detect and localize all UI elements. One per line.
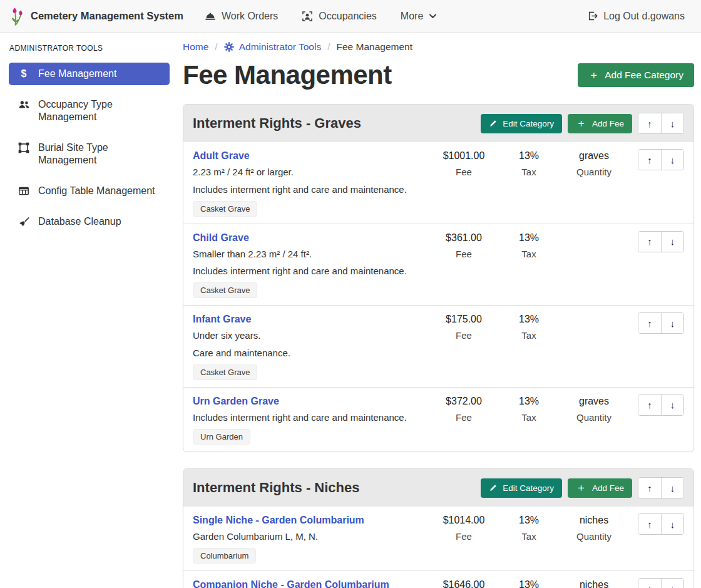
add-fee-button[interactable]: ＋ Add Fee xyxy=(568,478,632,498)
fee-tax-value: 13% xyxy=(499,396,559,407)
fee-reorder-group: ↑ ↓ xyxy=(638,149,684,170)
breadcrumb-fee-management: Fee Management xyxy=(337,41,413,53)
fee-amount-label: Fee xyxy=(429,167,499,177)
fee-description: Under six years. xyxy=(193,329,425,342)
logout-link[interactable]: Log Out d.gowans xyxy=(587,11,685,22)
fee-tax-label: Tax xyxy=(499,167,559,177)
fee-tax-column: 13% Tax xyxy=(499,395,559,423)
fee-type-tag: Casket Grave xyxy=(193,282,257,298)
fee-tax-value: 13% xyxy=(499,150,559,162)
nav-link-more[interactable]: More xyxy=(401,11,437,22)
fee-amount-column: $175.00 Fee xyxy=(429,312,499,341)
move-fee-up-button[interactable]: ↑ xyxy=(638,514,661,534)
app-title: Cemetery Management System xyxy=(31,10,183,22)
fee-reorder-group: ↑ ↓ xyxy=(638,513,684,535)
breadcrumb-separator: / xyxy=(215,41,217,53)
fee-type-tag: Casket Grave xyxy=(193,364,257,380)
fee-reorder-group: ↑ ↓ xyxy=(638,312,684,334)
sidebar-item-label: Fee Management xyxy=(38,68,116,80)
fee-row-companion-niche-garden-columbarium: Companion Niche - Garden Columbarium Gar… xyxy=(183,571,693,588)
fee-quantity-column xyxy=(559,312,629,319)
fee-description: Care and maintenance. xyxy=(193,347,425,359)
fee-tax-value: 13% xyxy=(499,314,559,325)
tulip-logo-icon xyxy=(9,7,25,26)
move-fee-up-button[interactable]: ↑ xyxy=(638,395,661,415)
move-fee-down-button[interactable]: ↓ xyxy=(661,232,683,252)
breadcrumb-home[interactable]: Home xyxy=(183,41,208,53)
fee-amount-label: Fee xyxy=(429,531,499,542)
fee-row-infant-grave: Infant Grave Under six years.Care and ma… xyxy=(183,306,693,388)
app-brand[interactable]: Cemetery Management System xyxy=(9,7,183,26)
fee-name-link[interactable]: Adult Grave xyxy=(193,150,425,162)
fee-name-link[interactable]: Single Niche - Garden Columbarium xyxy=(193,515,425,526)
fee-row-single-niche-garden-columbarium: Single Niche - Garden Columbarium Garden… xyxy=(183,507,693,571)
fee-row-adult-grave: Adult Grave 2.23 m² / 24 ft² or larger.I… xyxy=(183,142,693,224)
edit-category-button[interactable]: Edit Category xyxy=(481,478,562,498)
move-fee-up-button[interactable]: ↑ xyxy=(638,579,661,588)
fee-quantity-label: Quantity xyxy=(559,531,629,542)
fee-category-card-interment-rights-graves: Interment Rights - Graves Edit Category … xyxy=(183,104,694,452)
nav-links: Work Orders Occupancies More xyxy=(205,11,437,22)
fee-name-link[interactable]: Companion Niche - Garden Columbarium xyxy=(193,579,425,588)
move-fee-down-button[interactable]: ↓ xyxy=(661,150,683,170)
fee-amount-label: Fee xyxy=(429,249,499,259)
edit-category-button[interactable]: Edit Category xyxy=(481,114,562,133)
add-fee-category-button[interactable]: ＋ Add Fee Category xyxy=(578,63,694,87)
fee-type-tag: Urn Garden xyxy=(193,429,250,445)
edit-category-label: Edit Category xyxy=(503,119,554,128)
fee-name-link[interactable]: Urn Garden Grave xyxy=(193,396,425,407)
sidebar-item-label: Config Table Management xyxy=(38,185,155,197)
fee-description: Includes interment right and care and ma… xyxy=(193,183,425,196)
fee-category-title: Interment Rights - Graves xyxy=(193,115,361,132)
fee-amount-value: $1001.00 xyxy=(429,150,499,162)
breadcrumb-administrator-tools[interactable]: Administrator Tools xyxy=(224,41,322,53)
nav-link-label: Occupancies xyxy=(319,11,377,22)
sidebar-item-fee-management[interactable]: $ Fee Management xyxy=(9,63,170,85)
sidebar-item-occupancy-type-management[interactable]: Occupancy Type Management xyxy=(9,93,170,128)
move-fee-down-button[interactable]: ↓ xyxy=(661,579,683,588)
fee-quantity-column: niches Quantity xyxy=(559,513,629,542)
category-reorder-group: ↑ ↓ xyxy=(638,113,684,134)
move-category-down-button[interactable]: ↓ xyxy=(661,478,683,498)
fee-amount-column: $372.00 Fee xyxy=(429,395,499,423)
pencil-icon xyxy=(489,484,497,492)
move-category-up-button[interactable]: ↑ xyxy=(638,113,661,133)
people-icon xyxy=(18,99,30,111)
pencil-icon xyxy=(489,120,497,128)
fee-reorder-group: ↑ ↓ xyxy=(638,578,684,588)
move-fee-down-button[interactable]: ↓ xyxy=(661,514,683,534)
sidebar-item-burial-site-type-management[interactable]: Burial Site Type Management xyxy=(9,137,170,172)
move-fee-up-button[interactable]: ↑ xyxy=(638,232,661,252)
sidebar-item-label: Database Cleanup xyxy=(38,215,121,228)
admin-tools-sidebar: ADMINISTRATOR TOOLS $ Fee Management Occ… xyxy=(0,33,176,588)
fee-category-header: Interment Rights - Niches Edit Category … xyxy=(183,469,693,507)
move-fee-up-button[interactable]: ↑ xyxy=(638,150,661,170)
fee-category-card-interment-rights-niches: Interment Rights - Niches Edit Category … xyxy=(183,468,694,588)
fee-tax-column: 13% Tax xyxy=(499,149,559,177)
nav-link-occupancies[interactable]: Occupancies xyxy=(302,11,377,22)
fee-reorder-group: ↑ ↓ xyxy=(638,395,684,416)
fee-type-tag: Casket Grave xyxy=(193,201,257,217)
fee-quantity-value: niches xyxy=(559,515,629,526)
fee-name-link[interactable]: Infant Grave xyxy=(193,314,425,325)
bounding-box-icon xyxy=(18,142,30,153)
move-fee-up-button[interactable]: ↑ xyxy=(638,313,661,333)
fee-tax-column: 13% Tax xyxy=(499,578,559,588)
top-navbar: Cemetery Management System Work Orders O… xyxy=(0,0,701,33)
move-category-down-button[interactable]: ↓ xyxy=(661,113,683,133)
sidebar-item-database-cleanup[interactable]: Database Cleanup xyxy=(9,210,170,233)
page-title: Fee Management xyxy=(183,60,392,90)
fee-tax-value: 13% xyxy=(499,232,559,244)
sidebar-item-config-table-management[interactable]: Config Table Management xyxy=(9,180,170,202)
nav-link-work-orders[interactable]: Work Orders xyxy=(205,11,278,22)
dollar-icon: $ xyxy=(18,68,30,80)
move-category-up-button[interactable]: ↑ xyxy=(638,478,661,498)
move-fee-down-button[interactable]: ↓ xyxy=(661,313,683,333)
move-fee-down-button[interactable]: ↓ xyxy=(661,395,683,415)
plus-icon: ＋ xyxy=(588,71,599,80)
fee-quantity-column: niches Quantity xyxy=(559,578,629,588)
fee-row-urn-garden-grave: Urn Garden Grave Includes interment righ… xyxy=(183,388,693,451)
add-fee-button[interactable]: ＋ Add Fee xyxy=(568,114,632,133)
fee-name-link[interactable]: Child Grave xyxy=(193,232,425,244)
fee-quantity-value: graves xyxy=(559,396,629,407)
